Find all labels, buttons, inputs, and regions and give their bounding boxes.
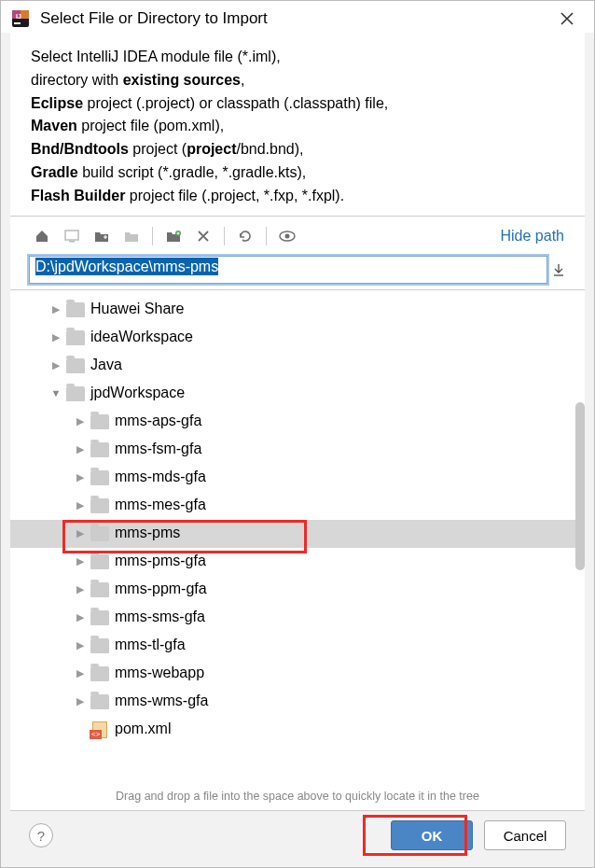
tree-node-label: mms-wms-gfa [115,687,208,715]
dialog-title: Select File or Directory to Import [40,9,560,28]
home-button[interactable] [29,224,55,248]
folder-icon [90,554,109,569]
expand-arrow-icon[interactable]: ▶ [49,300,62,319]
tree-node-mms-sms-gfa[interactable]: ▶mms-sms-gfa [10,604,585,632]
instr-line1: Select IntelliJ IDEA module file (*.iml)… [31,49,281,64]
desktop-button[interactable] [59,224,85,248]
expand-arrow-icon[interactable]: ▶ [49,356,62,375]
dialog-footer: ? OK Cancel [10,810,585,867]
tree-node-label: jpdWorkspace [90,379,185,407]
tree-node-mms-ppm-gfa[interactable]: ▶mms-ppm-gfa [10,576,585,604]
folder-icon [90,526,109,541]
instructions-text: Select IntelliJ IDEA module file (*.iml)… [10,33,585,217]
svg-rect-5 [65,231,78,240]
expand-arrow-icon[interactable]: ▶ [74,580,87,599]
tree-node-pom-xml[interactable]: pom.xml [10,716,585,744]
show-hidden-button[interactable] [274,224,300,248]
tree-node-label: pom.xml [115,715,171,743]
toolbar-separator [152,227,153,245]
expand-arrow-icon[interactable]: ▶ [74,608,87,627]
tree-node-ideaworkspace[interactable]: ▶ideaWorkspace [10,324,585,352]
svg-text:IJ: IJ [16,13,21,20]
tree-node-mms-aps-gfa[interactable]: ▶mms-aps-gfa [10,408,585,436]
folder-icon [90,638,109,653]
titlebar: IJ Select File or Directory to Import [1,1,594,33]
tree-node-label: mms-sms-gfa [115,603,205,631]
module-dir-button[interactable] [118,224,145,248]
file-tree[interactable]: ▶Huawei Share▶ideaWorkspace▶Java▼jpdWork… [10,289,585,786]
hide-path-link[interactable]: Hide path [501,228,567,245]
tree-node-label: mms-webapp [115,659,204,687]
drop-hint: Drag and drop a file into the space abov… [10,786,585,810]
expand-arrow-icon[interactable]: ▶ [74,636,87,655]
toolbar-separator-2 [224,227,225,245]
tree-node-label: mms-pms-gfa [115,547,206,575]
folder-icon [90,582,109,597]
expand-arrow-icon[interactable]: ▶ [49,328,62,347]
scrollbar-thumb[interactable] [575,402,585,570]
folder-icon [90,666,109,681]
intellij-icon: IJ [10,8,31,29]
tree-node-label: mms-mes-gfa [115,491,206,519]
ok-button[interactable]: OK [391,820,473,850]
folder-icon [90,694,109,709]
svg-point-9 [285,233,290,238]
tree-node-label: ideaWorkspace [90,323,193,351]
expand-arrow-icon[interactable]: ▶ [74,468,87,487]
refresh-button[interactable] [232,224,258,248]
tree-node-huawei-share[interactable]: ▶Huawei Share [10,296,585,324]
new-folder-button[interactable] [160,224,187,248]
tree-node-label: mms-aps-gfa [115,407,201,435]
tree-node-mms-fsm-gfa[interactable]: ▶mms-fsm-gfa [10,436,585,464]
file-toolbar: Hide path [10,217,585,252]
expand-arrow-icon[interactable]: ▶ [74,496,87,515]
tree-node-mms-mds-gfa[interactable]: ▶mms-mds-gfa [10,464,585,492]
folder-icon [90,414,109,429]
folder-icon [90,498,109,513]
folder-icon [90,610,109,625]
tree-node-mms-webapp[interactable]: ▶mms-webapp [10,660,585,688]
tree-node-label: mms-pms [115,519,180,547]
tree-node-label: mms-ppm-gfa [115,575,207,603]
svg-rect-3 [14,22,21,24]
folder-icon [66,358,85,373]
tree-node-mms-pms[interactable]: ▶mms-pms [10,520,585,548]
import-dialog: IJ Select File or Directory to Import Se… [0,0,595,868]
tree-node-mms-pms-gfa[interactable]: ▶mms-pms-gfa [10,548,585,576]
toolbar-separator-3 [266,227,267,245]
folder-icon [66,386,85,401]
tree-node-mms-tl-gfa[interactable]: ▶mms-tl-gfa [10,632,585,660]
expand-arrow-icon[interactable]: ▶ [74,524,87,543]
expand-arrow-icon[interactable]: ▶ [74,692,87,711]
path-row: D:\jpdWorkspace\mms-pms [10,252,585,289]
folder-icon [66,302,85,317]
xml-file-icon [92,721,107,738]
tree-node-mms-mes-gfa[interactable]: ▶mms-mes-gfa [10,492,585,520]
tree-node-label: mms-mds-gfa [115,463,206,491]
path-history-button[interactable] [547,263,566,276]
delete-button[interactable] [190,224,216,248]
tree-node-jpdworkspace[interactable]: ▼jpdWorkspace [10,380,585,408]
expand-arrow-icon[interactable]: ▶ [74,440,87,459]
close-button[interactable] [560,12,583,25]
expand-arrow-icon[interactable]: ▶ [74,552,87,571]
project-dir-button[interactable] [89,224,115,248]
expand-arrow-icon[interactable]: ▶ [74,664,87,683]
tree-node-label: mms-fsm-gfa [115,435,201,463]
folder-icon [90,470,109,485]
tree-node-label: Java [90,351,122,379]
tree-node-label: Huawei Share [90,295,185,323]
expand-arrow-icon[interactable]: ▶ [74,412,87,431]
tree-node-mms-wms-gfa[interactable]: ▶mms-wms-gfa [10,688,585,716]
collapse-arrow-icon[interactable]: ▼ [49,384,62,403]
path-input[interactable]: D:\jpdWorkspace\mms-pms [29,256,547,284]
svg-rect-6 [69,241,75,243]
cancel-button[interactable]: Cancel [484,820,566,850]
folder-icon [66,330,85,345]
path-value: D:\jpdWorkspace\mms-pms [35,258,218,275]
folder-icon [90,442,109,457]
help-button[interactable]: ? [29,823,53,847]
tree-node-java[interactable]: ▶Java [10,352,585,380]
tree-node-label: mms-tl-gfa [115,631,186,659]
svg-rect-2 [21,10,29,19]
